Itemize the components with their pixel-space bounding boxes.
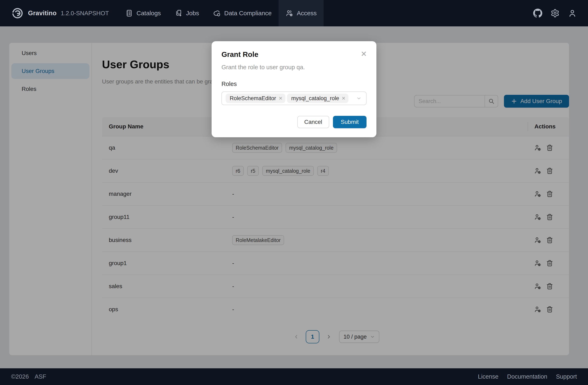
footer-link-license[interactable]: License xyxy=(478,373,498,380)
gravitino-logo xyxy=(11,7,24,20)
selected-role-label: RoleSchemaEditor xyxy=(230,95,276,102)
chevron-down-icon xyxy=(356,96,362,101)
nav-label: Access xyxy=(297,10,317,17)
modal-title: Grant Role xyxy=(221,50,367,59)
nav-item-data-compliance[interactable]: Data Compliance xyxy=(206,0,278,26)
app-window: Gravitino 1.2.0-SNAPSHOT Catalogs Jobs xyxy=(0,0,588,385)
remove-role-icon[interactable]: ✕ xyxy=(278,96,282,101)
nav-label: Data Compliance xyxy=(224,10,272,17)
nav-label: Jobs xyxy=(186,10,199,17)
roles-multiselect[interactable]: RoleSchemaEditor ✕ mysql_catalog_role ✕ xyxy=(221,91,367,105)
main-nav: Catalogs Jobs Data Compliance xyxy=(118,0,324,26)
modal-actions: Cancel Submit xyxy=(221,116,367,128)
github-icon[interactable] xyxy=(533,9,542,18)
app-version: 1.2.0-SNAPSHOT xyxy=(61,10,109,17)
close-icon[interactable]: ✕ xyxy=(360,49,368,59)
nav-item-catalogs[interactable]: Catalogs xyxy=(118,0,168,26)
page-footer: ©2026 ASF License Documentation Support xyxy=(0,368,588,385)
grant-role-modal: Grant Role ✕ Grant the role to user grou… xyxy=(211,41,377,137)
submit-button[interactable]: Submit xyxy=(333,116,367,128)
copyright: ©2026 ASF xyxy=(11,373,46,380)
navbar-actions xyxy=(533,9,577,18)
data-compliance-icon xyxy=(213,9,221,17)
roles-field-label: Roles xyxy=(221,81,367,87)
nav-item-jobs[interactable]: Jobs xyxy=(168,0,206,26)
nav-label: Catalogs xyxy=(136,10,161,17)
footer-link-documentation[interactable]: Documentation xyxy=(507,373,547,380)
footer-links: License Documentation Support xyxy=(478,373,577,380)
top-navbar: Gravitino 1.2.0-SNAPSHOT Catalogs Jobs xyxy=(0,0,588,26)
brand[interactable]: Gravitino 1.2.0-SNAPSHOT xyxy=(11,7,109,20)
footer-link-support[interactable]: Support xyxy=(556,373,577,380)
selected-role-tag: mysql_catalog_role ✕ xyxy=(287,94,348,103)
copyright-org: ASF xyxy=(35,373,46,380)
access-icon xyxy=(286,9,293,17)
catalogs-icon xyxy=(125,9,133,17)
remove-role-icon[interactable]: ✕ xyxy=(342,96,345,101)
copyright-year: ©2026 xyxy=(11,373,29,380)
app-title: Gravitino xyxy=(28,9,57,17)
settings-gear-icon[interactable] xyxy=(550,9,560,18)
nav-item-access[interactable]: Access xyxy=(278,0,324,26)
jobs-icon xyxy=(175,9,183,17)
selected-role-label: mysql_catalog_role xyxy=(291,95,339,102)
selected-tags-container: RoleSchemaEditor ✕ mysql_catalog_role ✕ xyxy=(224,94,348,103)
selected-role-tag: RoleSchemaEditor ✕ xyxy=(226,94,285,103)
modal-subtitle: Grant the role to user group qa. xyxy=(221,64,367,71)
cancel-button[interactable]: Cancel xyxy=(297,116,329,128)
user-icon[interactable] xyxy=(568,9,577,18)
